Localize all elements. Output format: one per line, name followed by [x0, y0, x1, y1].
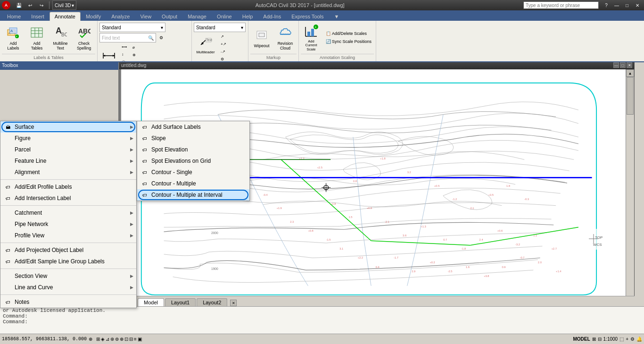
menu-item-line-curve[interactable]: Line and Curve	[0, 282, 136, 293]
dim-btn-3[interactable]: ⌒	[119, 59, 129, 62]
dim-btn-5[interactable]: ⌀	[130, 44, 138, 51]
drawing-maximize-btn[interactable]: □	[620, 62, 626, 68]
menu-item-alignment[interactable]: Alignment	[0, 167, 136, 178]
annotation-scaling-content: + Add CurrentScale 📋 Add/Delete Scales 🔄…	[301, 22, 374, 54]
lweight-icon[interactable]: ≡	[134, 336, 137, 342]
submenu-item-slope[interactable]: 🏷 Slope	[137, 133, 249, 144]
search-bar[interactable]	[523, 1, 599, 9]
tab-express[interactable]: Express Tools	[286, 12, 329, 21]
submenu-item-add-surface-labels[interactable]: 🏷 Add Surface Labels	[137, 121, 249, 133]
tab-help[interactable]: Help	[237, 12, 258, 21]
svg-text:3.1: 3.1	[339, 247, 343, 250]
menu-item-add-edit-sample[interactable]: 🏷 Add/Edit Sample Line Group Labels	[0, 256, 136, 267]
menu-item-add-projected[interactable]: 🏷 Add Projected Object Label	[0, 244, 136, 256]
leader-btn-2[interactable]: +↗	[218, 41, 229, 48]
dim-btn-2[interactable]: ↕	[119, 51, 129, 58]
contour-multiple-interval-icon: 🏷	[141, 191, 149, 199]
tab-online[interactable]: Online	[212, 12, 237, 21]
leader-btn-1[interactable]: ↗	[218, 33, 229, 40]
menu-item-profile-view[interactable]: Profile View	[0, 230, 136, 241]
osnap-icon[interactable]: ⊚	[115, 336, 119, 342]
scroll-thumb-v[interactable]	[627, 77, 634, 115]
scale-display[interactable]: 1:1000	[603, 336, 618, 342]
zoom-icon[interactable]: +	[626, 336, 628, 342]
menu-item-parcel[interactable]: Parcel	[0, 144, 136, 155]
help-btn[interactable]: ?	[602, 0, 611, 10]
multiline-text-button[interactable]: A BC MultilineText	[49, 23, 72, 52]
tab-insert[interactable]: Insert	[26, 12, 50, 21]
multileader-style-dropdown[interactable]: Standard ▾	[194, 23, 246, 32]
close-btn[interactable]: ✕	[633, 0, 642, 10]
submenu-item-contour-multiple-interval[interactable]: 🏷 Contour - Multiple at Interval	[137, 189, 249, 201]
snap-icon[interactable]: ◈	[101, 336, 105, 342]
menu-item-figure[interactable]: Figure	[0, 133, 136, 144]
scroll-up-btn[interactable]: ▲	[626, 69, 634, 77]
submenu-item-spot-elevation[interactable]: 🏷 Spot Elevation	[137, 144, 249, 155]
layout2-tab[interactable]: Layout2	[197, 298, 227, 306]
menu-item-add-intersection[interactable]: 🏷 Add Intersection Label	[0, 193, 136, 204]
tmodel-icon[interactable]: ▣	[138, 336, 142, 342]
menu-item-add-edit-profile[interactable]: 🏷 Add/Edit Profile Labels	[0, 181, 136, 193]
submenu-item-spot-elevations-grid[interactable]: 🏷 Spot Elevations on Grid	[137, 155, 249, 167]
civil3d-dropdown[interactable]: Civil 3D ▾	[52, 0, 76, 10]
add-tab-btn[interactable]: ✕	[230, 300, 237, 306]
leader-btn-4[interactable]: ⚙	[218, 56, 229, 62]
tab-addins[interactable]: Add-Ins	[258, 12, 286, 21]
text-style-dropdown[interactable]: Standard ▾	[99, 23, 165, 32]
add-labels-button[interactable]: A A + AddLabels	[2, 23, 25, 52]
dimension-btn[interactable]: Dim	[99, 47, 118, 63]
add-tables-icon	[29, 25, 44, 40]
menu-item-notes[interactable]: 🏷 Notes	[0, 296, 136, 308]
sync-scale-positions-button[interactable]: 🔄 Sync Scale Positions	[323, 38, 374, 45]
find-settings-btn[interactable]: ⚙	[157, 34, 165, 42]
undo-btn[interactable]: ↩	[25, 0, 35, 10]
leader-btn-3[interactable]: -↗	[218, 48, 229, 55]
tab-annotate[interactable]: Annotate	[50, 12, 81, 21]
vertical-scrollbar[interactable]: ▲ ▼	[626, 69, 634, 306]
menu-item-surface[interactable]: 🏔 Surface	[0, 121, 136, 133]
quick-save-btn[interactable]: 💾	[14, 0, 24, 10]
add-current-scale-button[interactable]: + Add CurrentScale	[301, 23, 322, 52]
otrack-icon[interactable]: ⊕	[120, 336, 124, 342]
submenu-item-contour-multiple[interactable]: 🏷 Contour - Multiple	[137, 178, 249, 189]
drawing-close-btn[interactable]: ✕	[627, 62, 632, 68]
find-text-input[interactable]: Find text 🔍	[99, 33, 156, 42]
menu-item-feature-line[interactable]: Feature Line	[0, 155, 136, 167]
tab-analyze[interactable]: Analyze	[106, 12, 135, 21]
ortho-icon[interactable]: ⊿	[106, 336, 109, 342]
menu-item-pipe-network[interactable]: Pipe Network	[0, 218, 136, 230]
title-bar-controls: ? — □ ✕	[523, 0, 642, 10]
polar-icon[interactable]: ⊛	[110, 336, 114, 342]
check-spelling-button[interactable]: ABC CheckSpelling	[73, 23, 95, 52]
tab-more[interactable]: ▼	[329, 12, 345, 21]
model-tab[interactable]: Model	[138, 298, 164, 306]
dim-btn-6[interactable]: ⊕	[130, 51, 138, 59]
tab-modify[interactable]: Modify	[81, 12, 106, 21]
revision-cloud-button[interactable]: RevisionCloud	[274, 23, 297, 52]
scroll-track-v[interactable]	[626, 77, 634, 298]
dim-btn-7[interactable]: ↙	[130, 59, 138, 62]
maximize-btn[interactable]: □	[622, 0, 632, 10]
wipeout-button[interactable]: Wipeout	[250, 23, 273, 52]
dim-btn-1[interactable]: ⟷	[119, 43, 129, 50]
redo-btn[interactable]: ↪	[37, 0, 46, 10]
tab-view[interactable]: View	[135, 12, 157, 21]
search-input[interactable]	[526, 3, 596, 8]
multileader-button[interactable]: Text Multileader	[194, 33, 217, 57]
ducs-icon[interactable]: ⊡	[124, 336, 128, 342]
add-tables-button[interactable]: AddTables	[25, 23, 48, 52]
drawing-minimize-btn[interactable]: —	[613, 62, 619, 68]
ribbon-content: A A + AddLabels	[0, 21, 644, 62]
tab-output[interactable]: Output	[157, 12, 182, 21]
workspace-icon[interactable]: ⚙	[630, 336, 635, 342]
dyn-icon[interactable]: ⊟	[129, 336, 133, 342]
add-delete-scales-button[interactable]: 📋 Add/Delete Scales	[323, 30, 374, 37]
grid-icon[interactable]: ⊞	[96, 336, 100, 342]
layout1-tab[interactable]: Layout1	[165, 298, 196, 306]
tab-home[interactable]: Home	[2, 12, 26, 21]
minimize-btn[interactable]: —	[612, 0, 621, 10]
menu-item-catchment[interactable]: Catchment	[0, 207, 136, 218]
submenu-item-contour-single[interactable]: 🏷 Contour - Single	[137, 167, 249, 178]
tab-manage[interactable]: Manage	[182, 12, 212, 21]
menu-item-section-view[interactable]: Section View	[0, 270, 136, 282]
